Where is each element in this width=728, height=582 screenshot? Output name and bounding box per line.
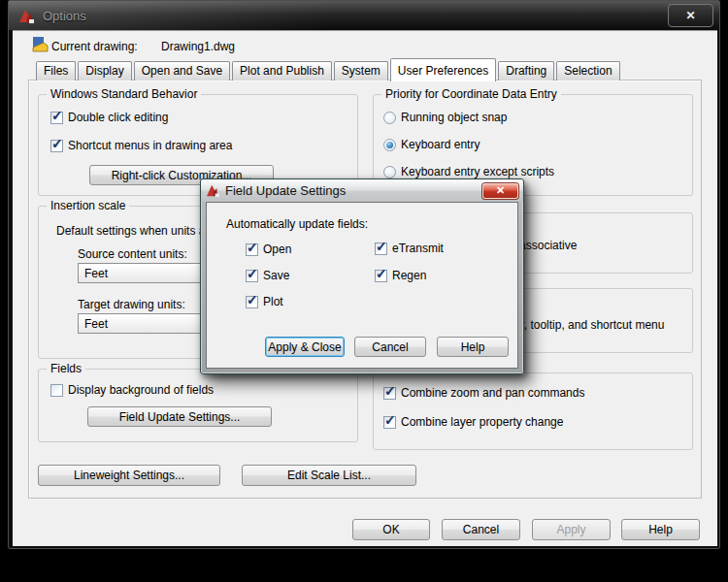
radio-label: Running object snap <box>401 111 507 124</box>
group-undo-redo: ✓ Combine zoom and pan commands ✓ Combin… <box>373 372 693 450</box>
radio-label: Keyboard entry <box>401 138 480 151</box>
check-icon: ✓ <box>51 137 63 150</box>
check-icon: ✓ <box>376 240 387 253</box>
checkbox-label: Combine zoom and pan commands <box>401 386 584 400</box>
group-title: Fields <box>47 362 85 375</box>
group-title: Insertion scale <box>47 199 129 212</box>
field-update-settings-dialog: Field Update Settings ✕ Automatically up… <box>200 178 524 374</box>
tab-open-and-save[interactable]: Open and Save <box>134 61 230 81</box>
checkbox-label: Shortcut menus in drawing area <box>68 139 232 152</box>
current-drawing-label: Current drawing: <box>51 40 138 53</box>
checkbox-label: Open <box>263 242 291 256</box>
button-label: Cancel <box>372 340 408 354</box>
radio-running-object-snap[interactable]: Running object snap <box>383 111 507 124</box>
checkbox-label: eTransmit <box>392 242 444 255</box>
lineweight-settings-button[interactable]: Lineweight Settings... <box>38 465 220 486</box>
autocad-icon <box>206 184 220 197</box>
check-icon: ✓ <box>247 293 258 307</box>
ok-button[interactable]: OK <box>352 519 430 540</box>
button-label: Field Update Settings... <box>119 410 241 424</box>
apply-close-button[interactable]: Apply & Close <box>265 337 345 357</box>
checkbox-box: ✓ <box>50 140 63 152</box>
checkbox-plot[interactable]: ✓ Plot <box>246 295 283 308</box>
tab-display[interactable]: Display <box>78 61 131 81</box>
checkbox-open[interactable]: ✓ Open <box>246 242 291 256</box>
group-fields: Fields Display background of fields Fiel… <box>38 369 358 442</box>
modal-help-button[interactable]: Help <box>437 337 509 357</box>
window-title: Options <box>43 9 86 23</box>
button-label: Lineweight Settings... <box>74 469 184 482</box>
checkbox-box: ✓ <box>375 270 387 282</box>
checkbox-label: Plot <box>263 295 283 308</box>
help-button[interactable]: Help <box>621 519 700 540</box>
checkbox-box: ✓ <box>375 242 387 255</box>
checkbox-shortcut-menus[interactable]: ✓ Shortcut menus in drawing area <box>50 139 232 152</box>
field-update-settings-button[interactable]: Field Update Settings... <box>87 406 272 427</box>
button-label: Edit Scale List... <box>287 469 371 482</box>
edit-scale-list-button[interactable]: Edit Scale List... <box>242 465 416 486</box>
cancel-button[interactable]: Cancel <box>442 519 520 540</box>
check-icon: ✓ <box>51 109 63 122</box>
checkbox-box: ✓ <box>246 243 258 256</box>
radio-circle <box>383 166 396 178</box>
window-close-button[interactable]: ✕ <box>668 4 713 27</box>
modal-titlebar: Field Update Settings ✕ <box>201 179 523 202</box>
source-units-label: Source content units: <box>78 247 187 261</box>
combobox-value: Feet <box>84 267 108 280</box>
tab-selection[interactable]: Selection <box>556 61 619 81</box>
check-icon: ✓ <box>247 267 258 280</box>
radio-label: Keyboard entry except scripts <box>401 165 554 178</box>
tab-user-preferences[interactable]: User Preferences <box>390 58 496 81</box>
close-icon: ✕ <box>496 184 505 197</box>
radio-circle <box>383 139 396 151</box>
modal-cancel-button[interactable]: Cancel <box>354 337 426 357</box>
options-titlebar: Options ✕ <box>9 1 719 30</box>
radio-dot <box>386 142 393 148</box>
button-label: Help <box>461 340 485 354</box>
check-icon: ✓ <box>384 384 396 398</box>
modal-body: Automatically update fields: ✓ Open ✓ Sa… <box>206 202 518 369</box>
tab-plot-and-publish[interactable]: Plot and Publish <box>232 61 332 81</box>
modal-title: Field Update Settings <box>225 183 346 198</box>
radio-keyboard-entry-except-scripts[interactable]: Keyboard entry except scripts <box>383 165 554 178</box>
checkbox-combine-zoom-pan[interactable]: ✓ Combine zoom and pan commands <box>383 386 584 400</box>
button-label: OK <box>382 523 399 536</box>
check-icon: ✓ <box>247 241 258 254</box>
check-icon: ✓ <box>376 267 387 280</box>
button-label: Cancel <box>463 523 499 536</box>
tab-strip: Files Display Open and Save Plot and Pub… <box>36 57 622 81</box>
button-label: Apply & Close <box>268 340 341 354</box>
autocad-icon <box>18 9 35 23</box>
close-icon: ✕ <box>685 9 695 22</box>
checkbox-box: ✓ <box>50 112 63 124</box>
tab-system[interactable]: System <box>334 61 388 81</box>
checkbox-box: ✓ <box>383 387 396 400</box>
drawing-file-icon <box>32 36 49 52</box>
target-units-label: Target drawing units: <box>78 298 185 311</box>
checkbox-label: Double click editing <box>68 111 168 124</box>
checkbox-regen[interactable]: ✓ Regen <box>375 269 426 282</box>
tab-files[interactable]: Files <box>36 61 76 81</box>
checkbox-save[interactable]: ✓ Save <box>246 269 289 282</box>
tab-drafting[interactable]: Drafting <box>498 61 554 81</box>
current-drawing-value: Drawing1.dwg <box>161 40 235 53</box>
checkbox-box: ✓ <box>246 296 258 308</box>
checkbox-label: Display background of fields <box>68 383 214 397</box>
button-label: Apply <box>556 523 585 536</box>
group-title: Windows Standard Behavior <box>47 87 201 101</box>
check-icon: ✓ <box>384 413 396 427</box>
checkbox-etransmit[interactable]: ✓ eTransmit <box>375 242 444 255</box>
checkbox-display-background-of-fields[interactable]: Display background of fields <box>50 383 214 397</box>
modal-description: Automatically update fields: <box>226 217 368 231</box>
apply-button: Apply <box>532 519 611 540</box>
checkbox-double-click-editing[interactable]: ✓ Double click editing <box>50 111 168 124</box>
combobox-value: Feet <box>84 317 108 331</box>
desktop-background: Options ✕ Current drawing: Drawing1.dwg … <box>0 0 728 582</box>
group-title: Priority for Coordinate Data Entry <box>381 87 561 101</box>
checkbox-box: ✓ <box>246 270 258 282</box>
modal-close-button[interactable]: ✕ <box>482 183 518 199</box>
checkbox-box <box>50 384 63 397</box>
checkbox-combine-layer-property[interactable]: ✓ Combine layer property change <box>383 415 563 429</box>
radio-keyboard-entry[interactable]: Keyboard entry <box>383 138 480 151</box>
button-label: Help <box>648 523 673 536</box>
